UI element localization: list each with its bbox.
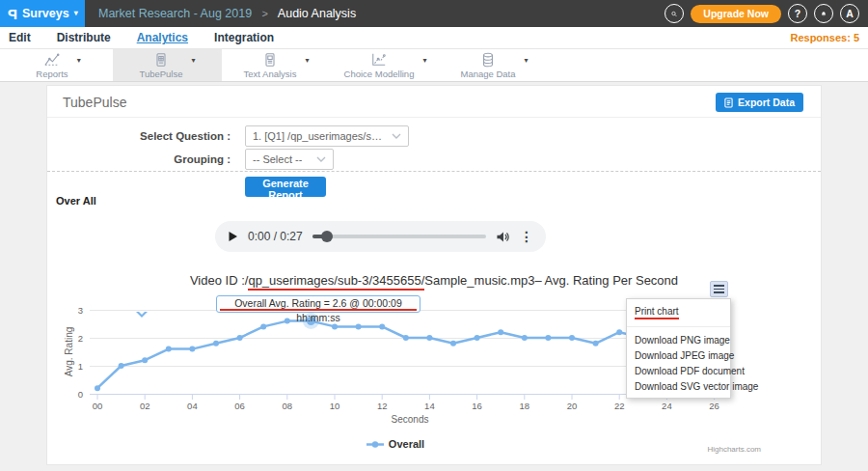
breadcrumb-separator-icon: > bbox=[262, 8, 268, 19]
chart-tooltip: Overall Avg. Rating = 2.6 @ 00:00:09 hh:… bbox=[216, 295, 420, 313]
generate-report-button[interactable]: Generate Report bbox=[245, 177, 326, 197]
context-menu-item-download-png[interactable]: Download PNG image bbox=[627, 332, 730, 347]
panel-divider bbox=[47, 117, 821, 118]
select-question-value: 1. [Q1] /qp_userimages/sub-3/3455655/S..… bbox=[253, 130, 386, 142]
svg-text:02: 02 bbox=[140, 401, 150, 411]
chart-title-prefix: Video ID :/ bbox=[190, 273, 248, 288]
tool-label: Text Analysis bbox=[244, 69, 297, 79]
chart-context-menu-button[interactable] bbox=[710, 281, 728, 297]
export-data-button[interactable]: Export Data bbox=[716, 93, 803, 112]
grouping-dropdown[interactable]: -- Select -- bbox=[245, 149, 334, 170]
brand-label: Surveys bbox=[22, 7, 69, 20]
line-chart-icon bbox=[43, 52, 61, 68]
svg-text:20: 20 bbox=[567, 401, 578, 411]
volume-icon bbox=[496, 231, 510, 243]
context-menu-item-print[interactable]: Print chart bbox=[627, 303, 730, 321]
breadcrumb-survey-name[interactable]: Market Research - Aug 2019 bbox=[98, 7, 252, 20]
help-button[interactable]: ? bbox=[788, 4, 807, 23]
svg-text:2: 2 bbox=[78, 333, 83, 344]
text-document-icon bbox=[262, 52, 278, 68]
menu-item-analytics[interactable]: Analytics bbox=[137, 31, 188, 44]
chart-title-path: qp_userimages/sub-3/3455655/ bbox=[248, 273, 424, 291]
highcharts-credit[interactable]: Highcharts.com bbox=[707, 445, 761, 454]
svg-text:06: 06 bbox=[234, 401, 245, 411]
svg-text:22: 22 bbox=[614, 401, 625, 411]
volume-button[interactable] bbox=[496, 231, 510, 243]
surveys-app-menu[interactable]: P Surveys ▾ bbox=[0, 0, 85, 27]
breadcrumb-current-page: Audio Analysis bbox=[278, 7, 356, 20]
tubepulse-panel: TubePulse Export Data Select Question : … bbox=[46, 85, 822, 465]
overall-section-label: Over All bbox=[56, 195, 96, 207]
panel-title: TubePulse bbox=[63, 95, 126, 110]
svg-text:1: 1 bbox=[78, 361, 83, 372]
media-report-icon bbox=[153, 52, 169, 68]
svg-text:08: 08 bbox=[283, 401, 293, 411]
seek-slider[interactable] bbox=[312, 235, 486, 238]
export-data-label: Export Data bbox=[738, 97, 795, 108]
svg-text:00: 00 bbox=[93, 401, 103, 411]
context-menu-separator bbox=[627, 326, 730, 327]
chevron-down-icon[interactable]: ▾ bbox=[305, 56, 309, 65]
audio-player: 0:00 / 0:27 ⋮ bbox=[215, 221, 546, 252]
print-chart-label: Print chart bbox=[635, 306, 679, 319]
scatter-chart-icon bbox=[370, 52, 388, 68]
export-context-menu: Print chart Download PNG image Download … bbox=[626, 298, 731, 399]
context-menu-item-download-svg[interactable]: Download SVG vector image bbox=[627, 378, 730, 394]
menu-item-edit[interactable]: Edit bbox=[9, 31, 31, 44]
chevron-down-icon[interactable]: ▾ bbox=[192, 56, 196, 65]
notifications-button[interactable] bbox=[814, 4, 833, 23]
svg-text:26: 26 bbox=[709, 401, 719, 411]
chevron-down-icon[interactable]: ▾ bbox=[525, 56, 529, 65]
tool-label: TubePulse bbox=[139, 69, 182, 79]
rating-chart: Video ID :/qp_userimages/sub-3/3455655/S… bbox=[47, 267, 821, 464]
tooltip-arrow-fill bbox=[138, 311, 146, 315]
svg-text:Seconds: Seconds bbox=[392, 414, 429, 425]
legend-marker-icon bbox=[366, 435, 384, 453]
upgrade-now-button[interactable]: Upgrade Now bbox=[691, 5, 781, 23]
select-question-label: Select Question : bbox=[52, 130, 231, 142]
svg-text:04: 04 bbox=[187, 401, 198, 411]
account-avatar-button[interactable]: A bbox=[840, 4, 859, 23]
svg-text:Avg. Rating: Avg. Rating bbox=[64, 327, 74, 377]
chart-title-suffix: Sample_music.mp3– Avg. Rating Per Second bbox=[424, 273, 678, 288]
header-actions: Upgrade Now ? A bbox=[665, 4, 868, 23]
tool-text-analysis[interactable]: Text Analysis ▾ bbox=[222, 49, 331, 81]
survey-menubar: Edit Distribute Analytics Integration Re… bbox=[0, 27, 868, 48]
tool-label: Reports bbox=[36, 69, 68, 79]
tool-tubepulse[interactable]: TubePulse ▾ bbox=[113, 49, 222, 81]
svg-text:12: 12 bbox=[377, 401, 388, 411]
tool-manage-data[interactable]: Manage Data ▾ bbox=[440, 49, 549, 81]
page: P Surveys ▾ Market Research - Aug 2019 >… bbox=[0, 0, 868, 471]
playback-time: 0:00 / 0:27 bbox=[248, 230, 303, 243]
database-icon bbox=[480, 52, 496, 68]
play-button[interactable] bbox=[228, 231, 238, 242]
chevron-down-icon: ▾ bbox=[74, 10, 78, 17]
svg-text:3: 3 bbox=[78, 305, 83, 316]
legend-label-overall: Overall bbox=[389, 438, 424, 450]
chart-legend[interactable]: Overall bbox=[47, 435, 744, 453]
context-menu-item-download-jpeg[interactable]: Download JPEG image bbox=[627, 347, 730, 363]
breadcrumb: Market Research - Aug 2019 > Audio Analy… bbox=[98, 7, 356, 20]
chart-title: Video ID :/qp_userimages/sub-3/3455655/S… bbox=[47, 273, 821, 288]
svg-text:16: 16 bbox=[472, 401, 482, 411]
context-menu-item-download-pdf[interactable]: Download PDF document bbox=[627, 363, 730, 378]
form-separator bbox=[47, 171, 821, 172]
chevron-down-icon[interactable]: ▾ bbox=[77, 56, 81, 65]
export-file-icon bbox=[724, 97, 733, 108]
grouping-label: Grouping : bbox=[52, 153, 231, 165]
questionpro-logo-icon: P bbox=[8, 7, 17, 21]
play-icon bbox=[228, 231, 238, 242]
svg-text:14: 14 bbox=[424, 401, 435, 411]
select-question-dropdown[interactable]: 1. [Q1] /qp_userimages/sub-3/3455655/S..… bbox=[245, 125, 409, 147]
menu-item-integration[interactable]: Integration bbox=[214, 31, 274, 44]
svg-text:24: 24 bbox=[662, 401, 672, 411]
menu-item-distribute[interactable]: Distribute bbox=[57, 31, 111, 44]
player-options-kebab-icon[interactable]: ⋮ bbox=[520, 230, 533, 243]
tool-reports[interactable]: Reports ▾ bbox=[4, 49, 113, 81]
chevron-down-icon bbox=[316, 156, 326, 162]
tool-choice-modelling[interactable]: Choice Modelling ▾ bbox=[331, 49, 440, 81]
grouping-value: -- Select -- bbox=[253, 153, 302, 165]
search-button[interactable] bbox=[665, 4, 684, 23]
seek-thumb[interactable] bbox=[321, 231, 333, 242]
chevron-down-icon[interactable]: ▾ bbox=[422, 56, 426, 65]
